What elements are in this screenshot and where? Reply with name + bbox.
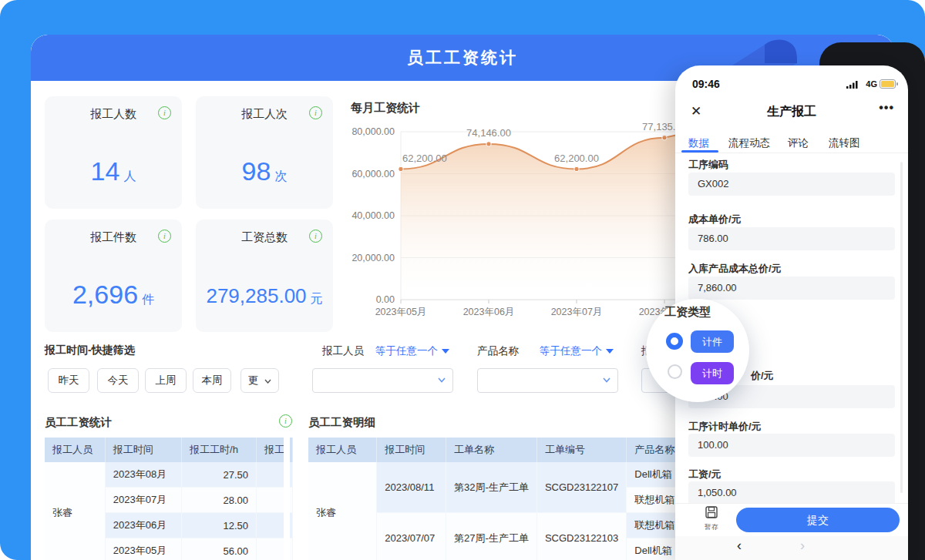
cell-order-name: 第32周-生产工单 [446,462,537,513]
radio-unselected[interactable] [668,364,682,379]
svg-text:2023年05月: 2023年05月 [375,307,427,317]
phone-footer: 暂存 提交 [675,503,908,536]
tab-flow[interactable]: 流程动态 [728,136,770,150]
cell-order-no: SCGD23122107 [537,462,627,513]
person-filter-select[interactable] [312,368,453,393]
divider [675,153,908,153]
col-header: 报工工时/h [182,438,257,462]
triangle-down-icon [442,349,449,354]
table-scrollbar[interactable] [284,438,290,560]
svg-text:60,000.00: 60,000.00 [352,169,395,179]
more-icon[interactable]: ••• [879,101,894,115]
col-header: 工单编号 [537,438,627,462]
svg-text:2023年06月: 2023年06月 [463,307,515,317]
svg-text:20,000.00: 20,000.00 [352,253,395,263]
stat-value: 14人 [45,156,182,186]
save-label: 暂存 [700,522,723,532]
cell-hours: 27.50 [182,462,257,488]
tab-data[interactable]: 数据 [688,136,709,150]
field-label: 工资/元 [688,468,722,481]
save-draft-button[interactable]: 暂存 [700,506,723,532]
stat-card-salary-total: 工资总数 i 279,285.00元 [196,220,333,332]
svg-text:62,200.00: 62,200.00 [554,153,599,164]
stat-card-reports: 报工人次 i 98次 [196,96,333,209]
svg-text:80,000.00: 80,000.00 [352,126,395,137]
col-header: 报工人员 [45,438,106,462]
quick-filter-today[interactable]: 今天 [97,368,139,393]
col-header: 报工时间 [377,438,446,462]
battery-icon [880,79,899,89]
chevron-down-icon [603,377,610,383]
field-label: 成本单价/元 [688,213,742,226]
cell-order-name: 第27周-生产工单 [446,513,537,560]
more-label: 更 [248,374,259,386]
field-input[interactable]: 1,050.00 [688,481,895,505]
stat-value: 2,696件 [45,280,182,310]
status-time: 09:46 [692,78,720,90]
stat-card-pieces: 报工件数 i 2,696件 [45,220,182,332]
info-icon[interactable]: i [279,414,292,428]
cell-date: 2023/08/11 [377,462,446,513]
svg-text:2023年07月: 2023年07月 [551,307,603,317]
salary-type-hourly[interactable]: 计时 [691,362,734,384]
summary-table-title: 员工工资统计 [45,415,112,430]
cell-month: 2023年07月 [106,488,182,513]
cell-month: 2023年08月 [106,462,182,488]
product-filter-operator[interactable]: 等于任意一个 [540,344,614,358]
tab-comments[interactable]: 评论 [788,136,809,150]
back-arrow-icon[interactable]: ‹ [737,538,742,554]
info-icon[interactable]: i [158,106,171,119]
field-label: 工序编码 [688,158,728,172]
svg-text:74,146.00: 74,146.00 [466,127,511,139]
phone-scrollbar[interactable] [900,162,903,493]
field-label: 工序计时单价/元 [688,420,762,434]
floppy-disk-icon [705,506,718,518]
cell-month: 2023年05月 [106,538,182,560]
tab-diagram[interactable]: 流转图 [829,136,860,150]
cell-person: 张睿 [45,462,106,560]
quick-filter-this-week[interactable]: 本周 [193,368,231,393]
field-input[interactable]: 100.00 [688,434,895,457]
person-filter-label: 报工人员 [322,344,364,358]
radio-selected[interactable] [666,333,683,350]
quick-filter-last-week[interactable]: 上周 [145,368,187,393]
submit-button[interactable]: 提交 [736,508,900,532]
stat-card-workers: 报工人数 i 14人 [45,96,182,209]
col-header: 报工时间 [106,438,182,462]
cell-order-no: SCGD23122103 [537,513,627,560]
product-filter-select[interactable] [477,368,618,393]
field-input[interactable]: 786.00 [688,227,895,250]
svg-text:0.00: 0.00 [376,294,395,305]
stat-value: 98次 [196,156,333,186]
detail-table-title: 员工工资明细 [308,415,375,430]
field-label: 入库产品成本总价/元 [688,262,782,276]
info-icon[interactable]: i [309,106,322,119]
quick-filter-label: 报工时间-快捷筛选 [45,344,135,357]
svg-text:40,000.00: 40,000.00 [352,210,395,221]
info-icon[interactable]: i [309,230,322,243]
cell-hours: 12.50 [182,513,257,538]
cell-hours: 28.00 [182,488,257,513]
signal-icon [846,80,860,89]
field-label: 价/元 [751,369,774,383]
field-input[interactable]: 7,860.00 [688,277,895,300]
col-header: 报工人员 [308,438,377,462]
phone-page-title: 生产报工 [675,104,908,120]
chevron-down-icon [264,379,271,384]
phone-bottom-nav: ‹ › [675,536,908,560]
quick-filter-yesterday[interactable]: 昨天 [48,368,89,393]
cell-month: 2023年06月 [106,513,182,538]
salary-type-title: 工资类型 [664,305,711,320]
triangle-down-icon [606,349,614,354]
quick-filter-more[interactable]: 更 [240,368,279,393]
field-input[interactable]: GX002 [688,173,895,196]
forward-arrow-icon[interactable]: › [800,538,805,554]
person-filter-operator[interactable]: 等于任意一个 [375,344,449,358]
chart-title: 每月工资统计 [351,101,420,116]
salary-type-piecework[interactable]: 计件 [691,330,734,353]
table-row: 张睿 2023年08月 27.50 [45,462,293,488]
svg-text:62,200.00: 62,200.00 [402,153,447,164]
salary-summary-table: 报工人员 报工时间 报工工时/h 报工 张睿 2023年08月 27.50 20… [45,438,293,560]
stat-value: 279,285.00元 [196,284,333,308]
info-icon[interactable]: i [158,230,171,243]
